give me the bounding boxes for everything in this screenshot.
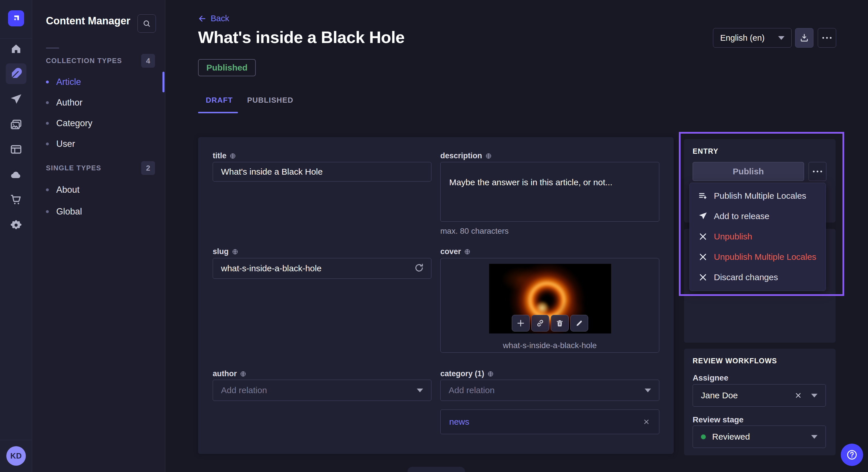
globe-icon bbox=[487, 370, 494, 377]
user-avatar[interactable]: KD bbox=[6, 446, 26, 466]
globe-icon bbox=[464, 248, 471, 255]
locale-value: English (en) bbox=[720, 33, 765, 43]
sidebar-title: Content Manager bbox=[46, 15, 130, 27]
settings-gear-icon[interactable] bbox=[6, 215, 26, 235]
single-types-header: SINGLE TYPES 2 bbox=[46, 161, 155, 175]
category-relation-select[interactable]: Add relation bbox=[440, 380, 659, 401]
slug-input[interactable] bbox=[213, 258, 431, 279]
review-workflows-heading: REVIEW WORKFLOWS bbox=[693, 357, 777, 365]
sidebar-item-article[interactable]: Article bbox=[46, 74, 155, 90]
content-manager-icon[interactable] bbox=[6, 63, 26, 84]
bullet-icon bbox=[46, 122, 49, 125]
cover-filename: what-s-inside-a-black-hole bbox=[441, 341, 659, 350]
marketplace-icon[interactable] bbox=[6, 189, 26, 210]
ellipsis-icon bbox=[823, 37, 832, 39]
author-relation-select[interactable]: Add relation bbox=[213, 380, 431, 401]
locale-select[interactable]: English (en) bbox=[713, 28, 792, 47]
edit-asset-button[interactable] bbox=[570, 315, 588, 332]
arrow-left-icon bbox=[198, 14, 207, 23]
sidebar-divider bbox=[46, 47, 59, 48]
page-title: What's inside a Black Hole bbox=[198, 28, 405, 47]
export-button[interactable] bbox=[795, 28, 813, 47]
content-manager-sidebar: Content Manager COLLECTION TYPES 4 Artic… bbox=[32, 0, 165, 472]
clear-assignee-icon[interactable] bbox=[794, 391, 803, 400]
title-input[interactable] bbox=[213, 162, 431, 181]
home-icon[interactable] bbox=[6, 38, 26, 59]
cover-field: what-s-inside-a-black-hole bbox=[440, 258, 659, 353]
relation-link-news[interactable]: news bbox=[449, 417, 469, 427]
deploy-cloud-icon[interactable] bbox=[6, 165, 26, 185]
pencil-icon bbox=[575, 319, 584, 328]
sidebar-item-user[interactable]: User bbox=[46, 136, 155, 152]
sidebar-item-about[interactable]: About bbox=[46, 181, 155, 198]
sidebar-item-category[interactable]: Category bbox=[46, 115, 155, 132]
active-tab-underline bbox=[198, 112, 238, 113]
entry-form-card: title description Maybe the answer is in… bbox=[198, 137, 674, 454]
search-button[interactable] bbox=[137, 14, 156, 33]
assignee-value: Jane Doe bbox=[701, 391, 794, 400]
cover-actions bbox=[512, 315, 588, 332]
category-relation-item: news bbox=[440, 409, 659, 434]
assignee-select[interactable]: Jane Doe bbox=[693, 384, 826, 407]
publish-button[interactable]: Publish bbox=[693, 162, 804, 181]
help-button[interactable] bbox=[841, 444, 863, 466]
review-stage-select[interactable]: Reviewed bbox=[693, 426, 826, 448]
plus-icon bbox=[516, 319, 525, 328]
description-textarea[interactable]: Maybe the answer is in this article, or … bbox=[440, 162, 659, 222]
add-asset-button[interactable] bbox=[512, 315, 530, 332]
trash-icon bbox=[555, 319, 564, 328]
menu-item-unpublish[interactable]: Unpublish bbox=[690, 226, 826, 247]
chevron-down-icon bbox=[417, 389, 423, 392]
author-placeholder: Add relation bbox=[221, 385, 267, 395]
cross-icon bbox=[699, 232, 708, 241]
entry-actions-menu: Publish Multiple Locales Add to release … bbox=[689, 183, 826, 291]
ellipsis-icon bbox=[813, 171, 822, 172]
title-field-label: title bbox=[213, 151, 236, 160]
bullet-icon bbox=[46, 189, 49, 191]
link-icon bbox=[536, 319, 545, 328]
chevron-down-icon bbox=[811, 435, 817, 439]
globe-icon bbox=[231, 248, 239, 255]
menu-item-unpublish-multiple-locales[interactable]: Unpublish Multiple Locales bbox=[690, 247, 826, 267]
icon-rail: KD bbox=[0, 0, 32, 472]
sidebar-item-author[interactable]: Author bbox=[46, 94, 155, 111]
bullet-icon bbox=[46, 142, 49, 145]
copy-link-button[interactable] bbox=[531, 315, 549, 332]
sidebar-item-global[interactable]: Global bbox=[46, 203, 155, 220]
tab-draft[interactable]: DRAFT bbox=[206, 96, 233, 105]
header-more-button[interactable] bbox=[818, 28, 836, 47]
media-library-icon[interactable] bbox=[6, 114, 26, 135]
menu-item-discard-changes[interactable]: Discard changes bbox=[690, 267, 826, 287]
regenerate-slug-button[interactable] bbox=[414, 263, 424, 274]
content-type-builder-icon[interactable] bbox=[6, 139, 26, 160]
bullet-icon bbox=[46, 80, 49, 83]
tab-published[interactable]: PUBLISHED bbox=[247, 96, 293, 105]
collection-types-label: COLLECTION TYPES bbox=[46, 57, 122, 65]
status-badge: Published bbox=[198, 59, 256, 76]
entry-heading: ENTRY bbox=[693, 147, 718, 156]
slug-field-label: slug bbox=[213, 247, 239, 256]
active-item-indicator bbox=[162, 72, 164, 92]
menu-item-add-to-release[interactable]: Add to release bbox=[690, 206, 826, 226]
delete-asset-button[interactable] bbox=[551, 315, 569, 332]
cover-field-label: cover bbox=[440, 247, 471, 256]
stage-status-dot bbox=[701, 434, 706, 439]
download-icon bbox=[800, 33, 809, 42]
back-link[interactable]: Back bbox=[198, 14, 229, 23]
review-stage-label: Review stage bbox=[693, 415, 743, 425]
menu-item-publish-multiple-locales[interactable]: Publish Multiple Locales bbox=[690, 186, 826, 206]
list-arrow-icon bbox=[699, 191, 708, 200]
strapi-logo[interactable] bbox=[8, 10, 24, 26]
entry-more-button[interactable] bbox=[809, 162, 826, 181]
remove-relation-icon[interactable] bbox=[642, 418, 650, 426]
question-mark-icon bbox=[846, 449, 858, 461]
bullet-icon bbox=[46, 210, 49, 213]
strapi-logo-icon bbox=[12, 14, 20, 23]
search-icon bbox=[142, 19, 151, 28]
single-types-label: SINGLE TYPES bbox=[46, 164, 101, 172]
releases-icon[interactable] bbox=[6, 89, 26, 110]
bottom-cutoff-button[interactable] bbox=[408, 467, 465, 472]
single-types-count-badge: 2 bbox=[141, 161, 155, 175]
refresh-icon bbox=[414, 263, 424, 273]
description-field-label: description bbox=[440, 151, 492, 160]
